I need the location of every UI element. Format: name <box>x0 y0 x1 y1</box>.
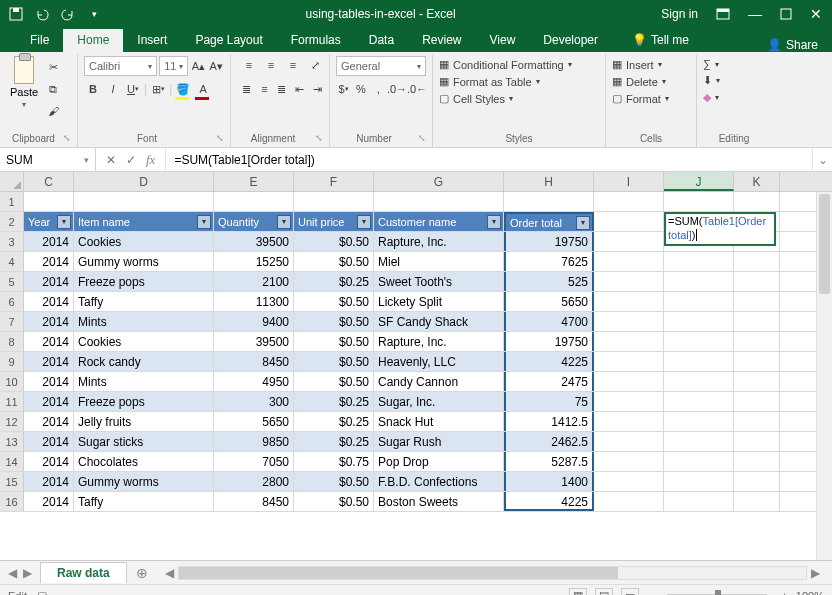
cell-year[interactable]: 2014 <box>24 272 74 291</box>
cell[interactable] <box>594 372 664 391</box>
zoom-level[interactable]: 100% <box>796 590 824 596</box>
cell-qty[interactable]: 2100 <box>214 272 294 291</box>
cell-total[interactable]: 2462.5 <box>504 432 594 451</box>
cell-year[interactable]: 2014 <box>24 452 74 471</box>
cell-price[interactable]: $0.25 <box>294 412 374 431</box>
cell[interactable] <box>734 472 780 491</box>
cell-qty[interactable]: 39500 <box>214 332 294 351</box>
format-as-table-button[interactable]: ▦Format as Table▾ <box>439 75 599 88</box>
cell-year[interactable]: 2014 <box>24 232 74 251</box>
format-painter-button[interactable]: 🖌 <box>44 102 62 120</box>
cell-item[interactable]: Gummy worms <box>74 472 214 491</box>
cell[interactable] <box>594 252 664 271</box>
cell[interactable] <box>664 352 734 371</box>
font-name-select[interactable]: Calibri▾ <box>84 56 157 76</box>
cell[interactable] <box>734 452 780 471</box>
tab-page-layout[interactable]: Page Layout <box>181 29 276 52</box>
cell-price[interactable]: $0.50 <box>294 292 374 311</box>
cell[interactable] <box>594 232 664 251</box>
cell[interactable] <box>664 412 734 431</box>
row-header[interactable]: 3 <box>0 232 24 251</box>
tab-formulas[interactable]: Formulas <box>277 29 355 52</box>
share-button[interactable]: 👤Share <box>767 38 818 52</box>
align-center-icon[interactable]: ≡ <box>259 80 271 98</box>
col-header-c[interactable]: C <box>24 172 74 191</box>
cell-year[interactable]: 2014 <box>24 352 74 371</box>
align-right-icon[interactable]: ≣ <box>276 80 288 98</box>
row-header[interactable]: 16 <box>0 492 24 511</box>
italic-button[interactable]: I <box>104 80 122 98</box>
insert-cells-button[interactable]: ▦Insert▾ <box>612 58 690 71</box>
cell[interactable] <box>734 252 780 271</box>
cell-qty[interactable]: 9850 <box>214 432 294 451</box>
tab-insert[interactable]: Insert <box>123 29 181 52</box>
hscroll-right-icon[interactable]: ▶ <box>807 566 824 580</box>
cell-price[interactable]: $0.25 <box>294 432 374 451</box>
row-header[interactable]: 8 <box>0 332 24 351</box>
orientation-icon[interactable]: ⤢ <box>307 56 323 74</box>
tab-data[interactable]: Data <box>355 29 408 52</box>
indent-increase-icon[interactable]: ⇥ <box>311 80 323 98</box>
decrease-font-icon[interactable]: A▾ <box>208 57 224 75</box>
row-header[interactable]: 10 <box>0 372 24 391</box>
cell-total[interactable]: 525 <box>504 272 594 291</box>
maximize-button[interactable] <box>780 8 792 20</box>
cell-cust[interactable]: Lickety Split <box>374 292 504 311</box>
cell[interactable] <box>664 252 734 271</box>
bold-button[interactable]: B <box>84 80 102 98</box>
cell-item[interactable]: Freeze pops <box>74 392 214 411</box>
normal-view-button[interactable]: ▦ <box>569 588 587 596</box>
spreadsheet-grid[interactable]: C D E F G H I J K 1 2 Year▾ Item name▾ Q… <box>0 172 832 560</box>
align-top-icon[interactable]: ≡ <box>241 56 257 74</box>
cell-qty[interactable]: 2800 <box>214 472 294 491</box>
zoom-slider-thumb[interactable] <box>715 590 721 596</box>
cell-total[interactable]: 4225 <box>504 352 594 371</box>
tab-developer[interactable]: Developer <box>529 29 612 52</box>
row-header[interactable]: 15 <box>0 472 24 491</box>
cell-price[interactable]: $0.50 <box>294 472 374 491</box>
cell-price[interactable]: $0.25 <box>294 272 374 291</box>
cell[interactable] <box>594 332 664 351</box>
cell-year[interactable]: 2014 <box>24 412 74 431</box>
cell-cust[interactable]: Candy Cannon <box>374 372 504 391</box>
vertical-scrollbar[interactable] <box>816 192 832 560</box>
cell-cust[interactable]: Pop Drop <box>374 452 504 471</box>
increase-font-icon[interactable]: A▴ <box>190 57 206 75</box>
cell-qty[interactable]: 8450 <box>214 352 294 371</box>
cell[interactable] <box>594 292 664 311</box>
cell-cust[interactable]: Miel <box>374 252 504 271</box>
cell-qty[interactable]: 300 <box>214 392 294 411</box>
cell[interactable] <box>594 312 664 331</box>
autosum-button[interactable]: ∑▾ <box>703 58 765 70</box>
filter-button[interactable]: ▾ <box>277 215 291 229</box>
cell-item[interactable]: Taffy <box>74 292 214 311</box>
hscroll-left-icon[interactable]: ◀ <box>161 566 178 580</box>
filter-button[interactable]: ▾ <box>487 215 501 229</box>
expand-formula-bar-icon[interactable]: ⌄ <box>812 148 832 171</box>
cell-price[interactable]: $0.50 <box>294 372 374 391</box>
col-header-g[interactable]: G <box>374 172 504 191</box>
cell[interactable] <box>664 372 734 391</box>
col-header-e[interactable]: E <box>214 172 294 191</box>
fx-icon[interactable]: fx <box>146 152 155 168</box>
col-header-d[interactable]: D <box>74 172 214 191</box>
cell[interactable] <box>594 492 664 511</box>
cell-cust[interactable]: SF Candy Shack <box>374 312 504 331</box>
align-left-icon[interactable]: ≣ <box>241 80 253 98</box>
col-header-f[interactable]: F <box>294 172 374 191</box>
cell-qty[interactable]: 4950 <box>214 372 294 391</box>
cell[interactable] <box>734 332 780 351</box>
cut-button[interactable]: ✂ <box>44 58 62 76</box>
align-bottom-icon[interactable]: ≡ <box>285 56 301 74</box>
row-header[interactable]: 14 <box>0 452 24 471</box>
cell[interactable] <box>664 492 734 511</box>
cell[interactable] <box>594 352 664 371</box>
increase-decimal-icon[interactable]: .0→ <box>388 80 406 98</box>
cell-year[interactable]: 2014 <box>24 252 74 271</box>
row-header[interactable]: 2 <box>0 212 24 231</box>
delete-cells-button[interactable]: ▦Delete▾ <box>612 75 690 88</box>
cell-cust[interactable]: Rapture, Inc. <box>374 232 504 251</box>
name-box[interactable]: SUM▾ <box>0 148 96 171</box>
new-sheet-button[interactable]: ⊕ <box>131 562 153 584</box>
cell[interactable] <box>664 432 734 451</box>
